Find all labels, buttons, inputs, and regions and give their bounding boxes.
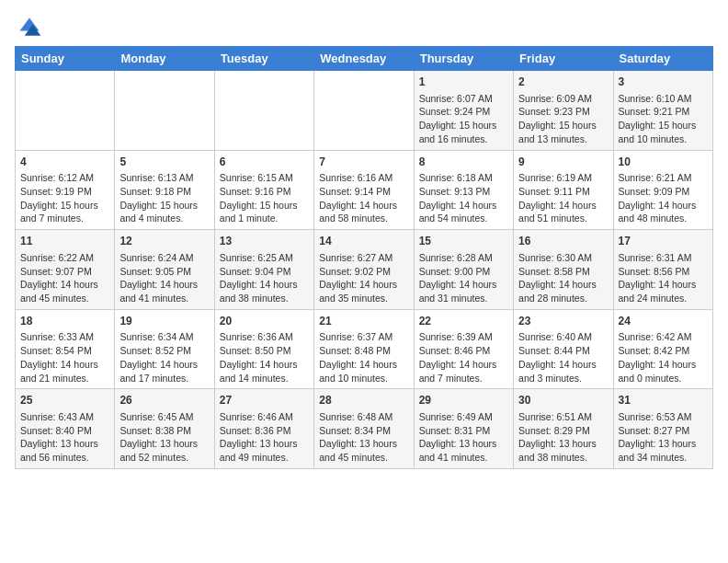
day-number: 26: [119, 393, 209, 408]
calendar-cell: 27Sunrise: 6:46 AM Sunset: 8:36 PM Dayli…: [214, 389, 313, 469]
day-info: Sunrise: 6:28 AM Sunset: 9:00 PM Dayligh…: [419, 251, 508, 305]
day-number: 10: [619, 155, 708, 170]
calendar-cell: 6Sunrise: 6:15 AM Sunset: 9:16 PM Daylig…: [214, 150, 313, 230]
day-info: Sunrise: 6:51 AM Sunset: 8:29 PM Dayligh…: [518, 410, 608, 465]
day-number: 14: [319, 234, 408, 249]
calendar-cell: 29Sunrise: 6:49 AM Sunset: 8:31 PM Dayli…: [414, 389, 513, 469]
day-number: 7: [319, 155, 408, 170]
day-number: 11: [20, 234, 109, 249]
day-number: 2: [518, 75, 608, 90]
day-info: Sunrise: 6:09 AM Sunset: 9:23 PM Dayligh…: [518, 92, 608, 146]
day-info: Sunrise: 6:42 AM Sunset: 8:42 PM Dayligh…: [619, 330, 708, 385]
day-info: Sunrise: 6:12 AM Sunset: 9:19 PM Dayligh…: [20, 171, 109, 225]
calendar-table: SundayMondayTuesdayWednesdayThursdayFrid…: [15, 46, 713, 469]
calendar-week-row: 1Sunrise: 6:07 AM Sunset: 9:24 PM Daylig…: [16, 71, 713, 151]
day-number: 21: [319, 314, 408, 329]
day-info: Sunrise: 6:27 AM Sunset: 9:02 PM Dayligh…: [319, 251, 408, 305]
day-number: 4: [20, 155, 109, 170]
day-info: Sunrise: 6:39 AM Sunset: 8:46 PM Dayligh…: [419, 330, 508, 385]
day-number: 28: [319, 393, 408, 408]
calendar-cell: 17Sunrise: 6:31 AM Sunset: 8:56 PM Dayli…: [613, 230, 712, 310]
calendar-cell: [16, 71, 115, 151]
calendar-cell: 10Sunrise: 6:21 AM Sunset: 9:09 PM Dayli…: [613, 150, 712, 230]
day-number: 24: [619, 314, 708, 329]
day-number: 13: [220, 234, 309, 249]
page-header: [15, 15, 713, 35]
day-info: Sunrise: 6:31 AM Sunset: 8:56 PM Dayligh…: [619, 251, 708, 305]
day-info: Sunrise: 6:16 AM Sunset: 9:14 PM Dayligh…: [319, 171, 408, 225]
calendar-cell: [314, 71, 414, 151]
calendar-cell: 15Sunrise: 6:28 AM Sunset: 9:00 PM Dayli…: [414, 230, 513, 310]
day-info: Sunrise: 6:15 AM Sunset: 9:16 PM Dayligh…: [220, 171, 309, 225]
calendar-cell: 31Sunrise: 6:53 AM Sunset: 8:27 PM Dayli…: [613, 389, 712, 469]
day-info: Sunrise: 6:46 AM Sunset: 8:36 PM Dayligh…: [220, 410, 309, 465]
day-number: 29: [419, 393, 508, 408]
day-info: Sunrise: 6:30 AM Sunset: 8:58 PM Dayligh…: [518, 251, 608, 305]
weekday-header-sunday: Sunday: [16, 47, 115, 71]
weekday-header-monday: Monday: [115, 47, 214, 71]
calendar-cell: 4Sunrise: 6:12 AM Sunset: 9:19 PM Daylig…: [16, 150, 115, 230]
calendar-cell: 11Sunrise: 6:22 AM Sunset: 9:07 PM Dayli…: [16, 230, 115, 310]
day-number: 8: [419, 155, 508, 170]
calendar-cell: 24Sunrise: 6:42 AM Sunset: 8:42 PM Dayli…: [613, 309, 712, 389]
day-number: 12: [119, 234, 209, 249]
day-info: Sunrise: 6:49 AM Sunset: 8:31 PM Dayligh…: [419, 410, 508, 465]
calendar-cell: 22Sunrise: 6:39 AM Sunset: 8:46 PM Dayli…: [414, 309, 513, 389]
day-info: Sunrise: 6:37 AM Sunset: 8:48 PM Dayligh…: [319, 330, 408, 385]
day-info: Sunrise: 6:25 AM Sunset: 9:04 PM Dayligh…: [220, 251, 309, 305]
calendar-cell: 3Sunrise: 6:10 AM Sunset: 9:21 PM Daylig…: [613, 71, 712, 151]
weekday-header-friday: Friday: [514, 47, 613, 71]
calendar-cell: 9Sunrise: 6:19 AM Sunset: 9:11 PM Daylig…: [514, 150, 613, 230]
day-info: Sunrise: 6:19 AM Sunset: 9:11 PM Dayligh…: [518, 171, 608, 225]
logo-icon: [17, 15, 42, 40]
calendar-cell: 14Sunrise: 6:27 AM Sunset: 9:02 PM Dayli…: [314, 230, 414, 310]
day-info: Sunrise: 6:07 AM Sunset: 9:24 PM Dayligh…: [419, 92, 508, 146]
calendar-cell: 5Sunrise: 6:13 AM Sunset: 9:18 PM Daylig…: [115, 150, 214, 230]
calendar-cell: 19Sunrise: 6:34 AM Sunset: 8:52 PM Dayli…: [115, 309, 214, 389]
calendar-cell: 21Sunrise: 6:37 AM Sunset: 8:48 PM Dayli…: [314, 309, 414, 389]
day-info: Sunrise: 6:33 AM Sunset: 8:54 PM Dayligh…: [20, 330, 109, 385]
calendar-cell: [115, 71, 214, 151]
day-info: Sunrise: 6:21 AM Sunset: 9:09 PM Dayligh…: [619, 171, 708, 225]
calendar-week-row: 4Sunrise: 6:12 AM Sunset: 9:19 PM Daylig…: [16, 150, 713, 230]
calendar-cell: 28Sunrise: 6:48 AM Sunset: 8:34 PM Dayli…: [314, 389, 414, 469]
weekday-header-wednesday: Wednesday: [314, 47, 414, 71]
calendar-cell: [214, 71, 313, 151]
calendar-cell: 12Sunrise: 6:24 AM Sunset: 9:05 PM Dayli…: [115, 230, 214, 310]
day-number: 20: [220, 314, 309, 329]
weekday-header-thursday: Thursday: [414, 47, 513, 71]
day-info: Sunrise: 6:22 AM Sunset: 9:07 PM Dayligh…: [20, 251, 109, 305]
calendar-cell: 30Sunrise: 6:51 AM Sunset: 8:29 PM Dayli…: [514, 389, 613, 469]
day-number: 19: [119, 314, 209, 329]
calendar-cell: 26Sunrise: 6:45 AM Sunset: 8:38 PM Dayli…: [115, 389, 214, 469]
day-info: Sunrise: 6:24 AM Sunset: 9:05 PM Dayligh…: [119, 251, 209, 305]
calendar-week-row: 25Sunrise: 6:43 AM Sunset: 8:40 PM Dayli…: [16, 389, 713, 469]
day-number: 22: [419, 314, 508, 329]
weekday-header-tuesday: Tuesday: [214, 47, 313, 71]
day-info: Sunrise: 6:45 AM Sunset: 8:38 PM Dayligh…: [119, 410, 209, 465]
day-number: 30: [518, 393, 608, 408]
weekday-header-row: SundayMondayTuesdayWednesdayThursdayFrid…: [16, 47, 713, 71]
calendar-cell: 23Sunrise: 6:40 AM Sunset: 8:44 PM Dayli…: [514, 309, 613, 389]
day-info: Sunrise: 6:10 AM Sunset: 9:21 PM Dayligh…: [619, 92, 708, 146]
day-info: Sunrise: 6:13 AM Sunset: 9:18 PM Dayligh…: [119, 171, 209, 225]
day-info: Sunrise: 6:53 AM Sunset: 8:27 PM Dayligh…: [619, 410, 708, 465]
day-info: Sunrise: 6:36 AM Sunset: 8:50 PM Dayligh…: [220, 330, 309, 385]
logo: [15, 15, 42, 35]
calendar-cell: 18Sunrise: 6:33 AM Sunset: 8:54 PM Dayli…: [16, 309, 115, 389]
weekday-header-saturday: Saturday: [613, 47, 712, 71]
day-info: Sunrise: 6:34 AM Sunset: 8:52 PM Dayligh…: [119, 330, 209, 385]
day-number: 1: [419, 75, 508, 90]
day-number: 3: [619, 75, 708, 90]
calendar-cell: 8Sunrise: 6:18 AM Sunset: 9:13 PM Daylig…: [414, 150, 513, 230]
day-number: 15: [419, 234, 508, 249]
calendar-cell: 7Sunrise: 6:16 AM Sunset: 9:14 PM Daylig…: [314, 150, 414, 230]
day-info: Sunrise: 6:40 AM Sunset: 8:44 PM Dayligh…: [518, 330, 608, 385]
calendar-week-row: 11Sunrise: 6:22 AM Sunset: 9:07 PM Dayli…: [16, 230, 713, 310]
calendar-cell: 2Sunrise: 6:09 AM Sunset: 9:23 PM Daylig…: [514, 71, 613, 151]
day-number: 16: [518, 234, 608, 249]
calendar-cell: 25Sunrise: 6:43 AM Sunset: 8:40 PM Dayli…: [16, 389, 115, 469]
day-info: Sunrise: 6:18 AM Sunset: 9:13 PM Dayligh…: [419, 171, 508, 225]
day-number: 18: [20, 314, 109, 329]
day-number: 27: [220, 393, 309, 408]
